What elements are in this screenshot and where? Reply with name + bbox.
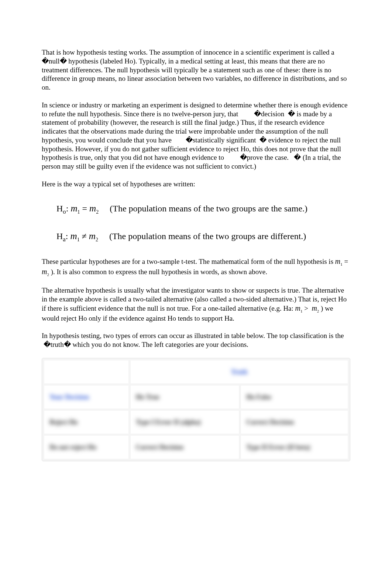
table-cell-correct1: Correct Decision (241, 411, 348, 434)
p1-text-2: null (49, 57, 60, 65)
colon: : (66, 204, 71, 213)
alt-desc: (The population means of the two groups … (109, 231, 306, 241)
paragraph-2: In science or industry or marketing an e… (42, 101, 350, 171)
table-row-reject: Reject Ho (44, 411, 128, 434)
table-header-h0true: Ho True (131, 386, 239, 408)
eq-op: = (80, 204, 90, 213)
error-types-table: Truth Your Decision Ho True Ho False Rej… (42, 358, 350, 461)
diamond-icon: � (294, 154, 301, 161)
table-row: Do not reject Ho Correct Decision Type I… (44, 436, 348, 459)
p1-text-3: hypothesis (labeled Ho). Typically, in a… (42, 57, 347, 91)
p1-text-1: That is how hypothesis testing works. Th… (42, 48, 334, 56)
gt-inline: > (302, 304, 310, 312)
diamond-icon: � (60, 57, 67, 65)
p5-text-1: In hypothesis testing, two types of erro… (42, 332, 344, 339)
diamond-icon: � (259, 136, 267, 144)
table-cell-type1: Type I Error II (alpha) (131, 411, 239, 434)
h-sub: o (63, 208, 66, 215)
mu1-inline: m1 (295, 304, 303, 312)
p3-text-2: ). It is also common to express the null… (51, 268, 267, 276)
diamond-icon: � (288, 110, 295, 118)
mu2-inline: m2 (312, 304, 319, 312)
p2-text-6: prove the case. (247, 154, 289, 161)
document-page: That is how hypothesis testing works. Th… (0, 0, 392, 506)
pad (101, 204, 107, 213)
table-row: Your Decision Ho True Ho False (44, 386, 348, 408)
diamond-icon: � (44, 341, 51, 348)
table-cell-correct2: Correct Decision (131, 436, 239, 459)
pad (100, 231, 107, 241)
paragraph-5: In hypothesis testing, two types of erro… (42, 331, 350, 349)
diamond-icon: � (42, 57, 49, 65)
diamond-icon: � (186, 136, 193, 144)
mu2: m2 (89, 203, 99, 213)
diamond-icon: � (64, 341, 71, 348)
paragraph-3: These particular hypotheses are for a tw… (42, 257, 350, 277)
hypotheses-intro: Here is the way a typical set of hypothe… (42, 180, 350, 189)
h-label: H (56, 231, 63, 241)
null-desc: (The population means of the two groups … (110, 204, 307, 213)
p2-text-2: decision (261, 110, 284, 118)
diamond-icon: � (254, 110, 261, 118)
table-header-truth: Truth (131, 361, 348, 383)
table-header-h0false: Ho False (241, 386, 348, 408)
p5-text-2: truth (51, 341, 64, 348)
p2-text-4: statistically significant (193, 136, 256, 144)
paragraph-4: The alternative hypothesis is usually wh… (42, 286, 350, 323)
table-empty-cell (44, 361, 128, 383)
alt-hypothesis-line: Ha: m1 ≠ m2 (The population means of the… (56, 230, 350, 244)
mu1-inline: m1 (335, 257, 343, 265)
paragraph-1: That is how hypothesis testing works. Th… (42, 48, 350, 92)
p5-text-3: which you do not know. The left categori… (71, 341, 248, 348)
null-hypothesis-line: Ho: m1 = m2 (The population means of the… (56, 202, 350, 216)
p3-text-1: These particular hypotheses are for a tw… (42, 258, 335, 265)
colon: : (66, 231, 71, 241)
table-header-decision: Your Decision (44, 386, 128, 408)
h-sub: a (63, 236, 65, 243)
table-row: Reject Ho Type I Error II (alpha) Correc… (44, 411, 348, 434)
mu1: m1 (71, 203, 80, 213)
table-row: Truth (44, 361, 348, 383)
mu2-inline: m2 (42, 268, 49, 276)
neq-op: ≠ (80, 231, 89, 241)
mu2: m2 (89, 231, 98, 241)
h-label: H (56, 204, 63, 213)
diamond-icon: � (240, 154, 247, 161)
mu1: m1 (70, 231, 79, 241)
table-cell-type2: Type II Error (II beta) (241, 436, 348, 459)
table: Truth Your Decision Ho True Ho False Rej… (42, 358, 350, 461)
table-row-notreject: Do not reject Ho (44, 436, 128, 459)
eq-inline: = (343, 258, 348, 265)
